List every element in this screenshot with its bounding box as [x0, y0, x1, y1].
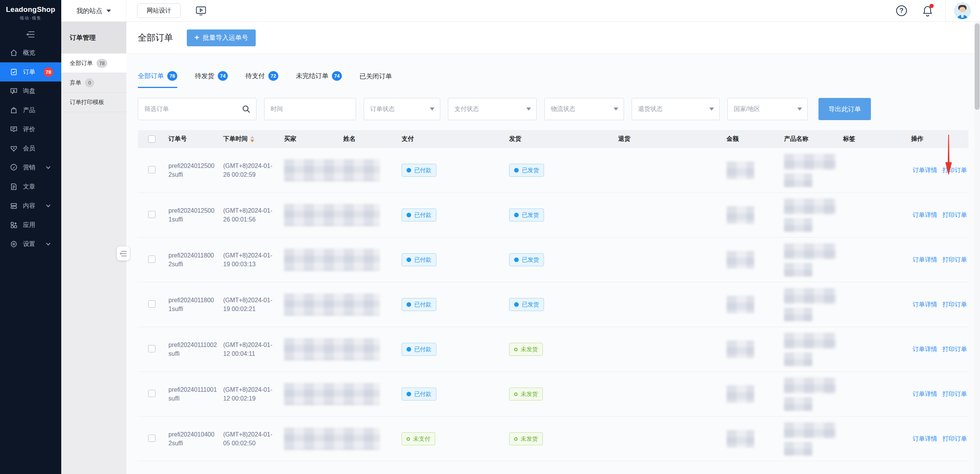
order-row: prefi20240111002suffi(GMT+8)2024-01-12 0… [138, 327, 969, 372]
order-row: prefi20240111001suffi(GMT+8)2024-01-12 0… [138, 372, 969, 417]
tab-unfinished[interactable]: 未完结订单 74 [296, 71, 342, 88]
sidebar-item-label: 订单 [23, 68, 35, 76]
order-detail-link[interactable]: 订单详情 [913, 301, 937, 309]
website-design-button[interactable]: 网站设计 [137, 3, 181, 18]
bulk-import-tracking-button[interactable]: + 批量导入运单号 [187, 29, 256, 46]
sidebar-item-label: 文章 [23, 183, 35, 191]
scrollbar-thumb[interactable] [975, 23, 980, 110]
country-region-select[interactable]: 国家/地区 [727, 98, 808, 120]
select-all-checkbox[interactable] [148, 135, 155, 143]
promo-seal-icon [10, 164, 18, 171]
order-detail-link[interactable]: 订单详情 [913, 256, 937, 264]
print-order-link[interactable]: 打印订单 [942, 435, 967, 443]
sort-icon[interactable] [250, 136, 254, 142]
sidebar-item-settings[interactable]: 设置 [0, 235, 61, 254]
sidebar-item-orders[interactable]: 订单 78 [0, 62, 61, 81]
panel-collapse-button[interactable] [117, 246, 130, 261]
product-redacted [784, 442, 812, 456]
status-dot-icon [407, 168, 411, 173]
page-header: 全部订单 + 批量导入运单号 [126, 22, 980, 54]
sidebar-item-apps[interactable]: 应用 [0, 215, 61, 235]
shipping-cell: 未发货 [509, 432, 618, 445]
print-order-link[interactable]: 打印订单 [942, 166, 967, 174]
sidebar-item-inquiries[interactable]: 询盘 [0, 81, 61, 101]
sidebar-item-members[interactable]: 会员 [0, 139, 61, 158]
tab-to-ship[interactable]: 待发货 74 [195, 71, 228, 88]
sidebar-item-reviews[interactable]: 评价 [0, 120, 61, 139]
shipping-status-badge: 已发货 [509, 253, 544, 266]
user-avatar[interactable] [954, 2, 971, 19]
row-checkbox[interactable] [148, 435, 155, 442]
status-dot-icon [514, 437, 518, 441]
preview-monitor-icon[interactable] [194, 4, 207, 17]
tab-to-pay[interactable]: 待支付 72 [245, 71, 278, 88]
print-order-link[interactable]: 打印订单 [942, 345, 967, 353]
submenu-item-label: 订单打印模板 [70, 99, 104, 106]
logistics-status-select[interactable]: 物流状态 [544, 98, 624, 120]
row-checkbox[interactable] [148, 211, 155, 218]
row-checkbox[interactable] [148, 345, 155, 352]
chevron-down-icon [46, 165, 50, 169]
amount-cell [727, 340, 784, 358]
sidebar-collapse-icon[interactable] [26, 31, 35, 38]
sidebar-item-overview[interactable]: 概览 [0, 43, 61, 62]
sidebar-item-products[interactable]: 产品 [0, 101, 61, 120]
row-checkbox[interactable] [148, 256, 155, 263]
search-icon [242, 104, 251, 114]
order-search-input[interactable] [138, 106, 256, 112]
sidebar-item-content[interactable]: 内容 [0, 196, 61, 215]
product-redacted [784, 397, 812, 411]
print-order-link[interactable]: 打印订单 [942, 301, 967, 309]
notification-bell-icon[interactable] [922, 5, 933, 16]
orders-table: 订单号 下单时间 买家 姓名 支付 发货 退货 金额 产品名称 标签 操作 pr… [138, 130, 969, 461]
order-detail-link[interactable]: 订单详情 [913, 390, 937, 398]
product-redacted [784, 154, 836, 170]
payment-status-select[interactable]: 支付状态 [448, 98, 537, 120]
submenu-item-abandoned-orders[interactable]: 弃单 0 [61, 73, 126, 93]
tab-label: 未完结订单 [296, 72, 328, 80]
status-dot-icon [514, 302, 519, 307]
shipping-cell: 已发货 [509, 164, 618, 177]
export-orders-button[interactable]: 导出此订单 [818, 98, 871, 120]
site-menu-label: 我的站点 [77, 7, 103, 15]
buyer-redacted [284, 428, 380, 450]
print-order-link[interactable]: 打印订单 [942, 256, 967, 264]
tab-label: 全部订单 [138, 72, 164, 80]
shipping-status-badge: 未发货 [509, 343, 543, 356]
status-dot-icon [514, 213, 519, 217]
row-checkbox[interactable] [148, 300, 155, 308]
caret-down-icon [614, 108, 618, 111]
order-detail-link[interactable]: 订单详情 [913, 166, 937, 174]
print-order-link[interactable]: 打印订单 [942, 211, 967, 219]
member-tag-icon [10, 145, 18, 152]
sidebar-item-label: 会员 [23, 145, 35, 153]
sidebar-item-marketing[interactable]: 营销 [0, 158, 61, 177]
sidebar-item-articles[interactable]: 文章 [0, 177, 61, 196]
shipping-cell: 已发货 [509, 298, 618, 311]
filter-bar: 订单状态 支付状态 物流状态 退货状态 国家/地区 导出此订单 [126, 88, 980, 120]
order-number: prefi20240125001suffi [168, 206, 223, 224]
submenu-item-all-orders[interactable]: 全部订单 78 [61, 54, 126, 73]
product-redacted [784, 352, 812, 366]
print-order-link[interactable]: 打印订单 [942, 390, 967, 398]
order-detail-link[interactable]: 订单详情 [913, 211, 937, 219]
product-cell [784, 378, 843, 411]
order-status-select[interactable]: 订单状态 [364, 98, 440, 120]
return-status-select[interactable]: 退货状态 [632, 98, 720, 120]
tab-all-orders[interactable]: 全部订单 78 [138, 71, 177, 88]
product-redacted [784, 422, 836, 438]
product-cell [784, 243, 843, 277]
site-menu-dropdown[interactable]: 我的站点 [61, 0, 126, 21]
submenu-item-print-templates[interactable]: 订单打印模板 [61, 93, 126, 112]
order-detail-link[interactable]: 订单详情 [913, 435, 937, 443]
shipping-cell: 未发货 [509, 388, 618, 401]
vertical-scrollbar[interactable] [974, 22, 980, 474]
order-detail-link[interactable]: 订单详情 [913, 345, 937, 353]
product-cell [784, 199, 843, 232]
row-checkbox[interactable] [148, 390, 155, 397]
layout-rows-icon [10, 202, 18, 210]
tab-closed[interactable]: 已关闭订单 [359, 72, 392, 88]
time-filter-input[interactable] [265, 106, 356, 112]
row-checkbox[interactable] [148, 166, 155, 173]
help-icon[interactable]: ? [896, 5, 907, 16]
